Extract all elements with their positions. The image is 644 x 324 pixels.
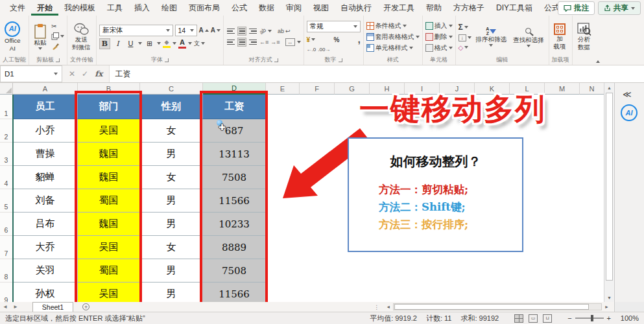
cell[interactable]: 魏国	[78, 143, 140, 166]
format-as-table-button[interactable]: 套用表格格式	[366, 32, 420, 41]
tab-data[interactable]: 数据	[253, 0, 280, 16]
bold-button[interactable]: B	[99, 38, 110, 49]
enter-icon[interactable]: ✓	[82, 69, 88, 78]
cell[interactable]: 7508	[203, 166, 266, 189]
zoom-slider-thumb[interactable]	[591, 315, 593, 321]
merge-center-button[interactable]: ↔	[285, 38, 295, 46]
font-size-select[interactable]: 14	[175, 25, 197, 36]
row-number[interactable]: 1	[0, 95, 13, 119]
tab-developer[interactable]: 开发工具	[377, 0, 420, 16]
sheet-prev-icon[interactable]: ◄	[0, 304, 10, 310]
tab-home[interactable]: 开始	[31, 0, 58, 16]
row-number[interactable]: 8	[0, 259, 13, 283]
scroll-up-icon[interactable]: ▲	[604, 83, 614, 92]
col-header-D[interactable]: D	[203, 83, 266, 95]
cell[interactable]: 男	[140, 143, 203, 166]
autosum-button[interactable]: Σ	[459, 23, 468, 32]
row-number[interactable]: 3	[0, 143, 13, 166]
cell[interactable]: 女	[140, 119, 203, 143]
row-number[interactable]: 4	[0, 166, 13, 189]
find-select-button[interactable]: 查找和选择	[511, 26, 546, 47]
paste-button[interactable]: 粘贴	[32, 23, 49, 50]
comments-button[interactable]: 批注	[558, 1, 595, 15]
delete-cells-button[interactable]: 删除	[425, 32, 453, 41]
number-format-select[interactable]: 常规	[307, 21, 361, 32]
analyze-data-button[interactable]: 分析 数据	[575, 23, 593, 51]
scroll-left-icon[interactable]: ◄	[383, 305, 393, 309]
addins-button[interactable]: 加 载项	[552, 23, 568, 51]
cell[interactable]: 关羽	[13, 259, 78, 283]
borders-button[interactable]: ⊞	[144, 38, 155, 49]
cell[interactable]: 7508	[203, 259, 266, 283]
row-number[interactable]: 9	[0, 283, 13, 302]
tab-diy-toolbox[interactable]: DIY工具箱	[490, 0, 538, 16]
horizontal-scrollbar[interactable]	[393, 303, 602, 310]
align-left-button[interactable]	[226, 38, 235, 47]
col-header-N[interactable]: N	[580, 83, 604, 95]
select-all-corner[interactable]	[0, 83, 13, 95]
insert-function-icon[interactable]: fx	[95, 69, 102, 78]
dialog-launcher-icon[interactable]	[56, 58, 60, 62]
page-break-view-icon[interactable]: ⊔	[543, 314, 552, 323]
page-layout-view-icon[interactable]: ▭	[529, 314, 538, 323]
cell[interactable]: 刘备	[13, 189, 78, 213]
cell[interactable]: 687	[203, 119, 266, 143]
cell[interactable]: 13113	[203, 143, 266, 166]
normal-view-icon[interactable]	[514, 314, 523, 323]
tab-file[interactable]: 文件	[4, 0, 31, 16]
increase-indent-button[interactable]: →≡	[270, 39, 280, 45]
zoom-slider[interactable]	[575, 318, 604, 319]
sort-filter-button[interactable]: AZ 排序和筛选	[474, 27, 509, 47]
tab-insert[interactable]: 插入	[128, 0, 156, 16]
cell[interactable]: 男	[140, 283, 203, 302]
chevron-down-icon[interactable]	[157, 42, 161, 45]
cell[interactable]: 大乔	[13, 236, 78, 259]
tab-formulas[interactable]: 公式	[226, 0, 253, 16]
header-cell-gender[interactable]: 性别	[140, 95, 203, 119]
cell[interactable]: 男	[140, 259, 203, 283]
cell[interactable]: 曹操	[13, 143, 78, 166]
comma-style-button[interactable]: ,	[358, 34, 361, 45]
cell[interactable]: 10233	[203, 213, 266, 236]
insert-cells-button[interactable]: 插入	[425, 21, 453, 30]
sheet-tab-sheet1[interactable]: Sheet1	[32, 302, 73, 312]
horizontal-scroll-thumb[interactable]	[394, 304, 589, 310]
font-color-button[interactable]: A	[178, 39, 186, 49]
header-cell-department[interactable]: 部门	[78, 95, 140, 119]
tab-page-layout[interactable]: 页面布局	[183, 0, 226, 16]
chevron-down-icon[interactable]	[268, 30, 272, 32]
tab-review[interactable]: 审阅	[280, 0, 307, 16]
cell[interactable]: 11566	[203, 283, 266, 302]
tab-view[interactable]: 视图	[307, 0, 335, 16]
cell[interactable]: 魏国	[78, 166, 140, 189]
cell[interactable]: 11566	[203, 189, 266, 213]
tab-my-templates[interactable]: 我的模板	[58, 0, 101, 16]
cell[interactable]: 貂蝉	[13, 166, 78, 189]
format-painter-button[interactable]	[51, 43, 64, 51]
cell[interactable]: 吴国	[78, 119, 140, 143]
align-bottom-button[interactable]	[248, 27, 257, 36]
cell[interactable]: 小乔	[13, 119, 78, 143]
header-cell-salary[interactable]: 工资	[203, 95, 266, 119]
cell[interactable]: 8889	[203, 236, 266, 259]
increase-decimal-button[interactable]: ←.0	[307, 47, 316, 52]
grow-font-button[interactable]: A	[199, 27, 209, 34]
col-header-C[interactable]: C	[140, 83, 203, 95]
tab-help[interactable]: 帮助	[420, 0, 447, 16]
share-button[interactable]: 共享	[598, 1, 641, 15]
new-sheet-icon[interactable]: +	[82, 303, 89, 310]
col-header-B[interactable]: B	[78, 83, 140, 95]
cell[interactable]: 蜀国	[78, 189, 140, 213]
conditional-formatting-button[interactable]: 条件格式	[366, 21, 407, 30]
send-to-wechat-button[interactable]: 发送 到微信	[70, 23, 93, 51]
cut-button[interactable]: ✂	[51, 23, 64, 30]
fill-color-button[interactable]: ◆	[163, 40, 171, 48]
cell-styles-button[interactable]: 单元格样式	[366, 43, 413, 52]
formula-input[interactable]: 工资	[110, 65, 644, 82]
cell[interactable]: 孙权	[13, 283, 78, 302]
vertical-scrollbar[interactable]: ▲ ▼	[604, 83, 614, 302]
row-number[interactable]: 7	[0, 236, 13, 259]
tab-tools[interactable]: 工具	[101, 0, 128, 16]
copilot-ai-icon[interactable]: AI	[621, 104, 638, 121]
office-ai-button[interactable]: AI Office AI	[3, 21, 23, 52]
